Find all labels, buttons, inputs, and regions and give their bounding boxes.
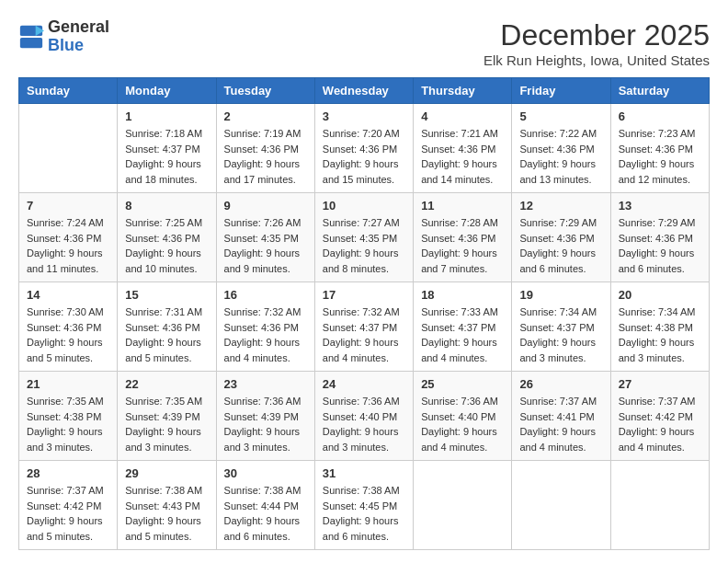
weekday-header: Tuesday (216, 78, 314, 104)
day-number: 13 (619, 199, 701, 213)
logo-general: General (48, 18, 109, 37)
calendar-cell: 18Sunrise: 7:33 AMSunset: 4:37 PMDayligh… (414, 282, 512, 372)
title-area: December 2025 Elk Run Heights, Iowa, Uni… (483, 18, 710, 68)
day-number: 12 (519, 199, 602, 213)
calendar-cell: 23Sunrise: 7:36 AMSunset: 4:39 PMDayligh… (216, 372, 314, 461)
calendar-cell: 28Sunrise: 7:37 AMSunset: 4:42 PMDayligh… (19, 461, 118, 550)
calendar-cell: 26Sunrise: 7:37 AMSunset: 4:41 PMDayligh… (512, 372, 610, 461)
calendar-cell (19, 104, 118, 193)
day-number: 28 (27, 466, 109, 480)
day-info: Sunrise: 7:37 AMSunset: 4:41 PMDaylight:… (519, 394, 602, 454)
svg-rect-1 (20, 38, 42, 48)
day-number: 20 (619, 288, 701, 302)
day-info: Sunrise: 7:37 AMSunset: 4:42 PMDaylight:… (27, 483, 109, 544)
calendar-week-row: 7Sunrise: 7:24 AMSunset: 4:36 PMDaylight… (19, 193, 710, 282)
day-info: Sunrise: 7:38 AMSunset: 4:45 PMDaylight:… (323, 483, 405, 544)
calendar-cell: 21Sunrise: 7:35 AMSunset: 4:38 PMDayligh… (19, 372, 118, 461)
calendar-cell: 30Sunrise: 7:38 AMSunset: 4:44 PMDayligh… (216, 461, 314, 550)
day-info: Sunrise: 7:32 AMSunset: 4:37 PMDaylight:… (323, 304, 405, 365)
day-number: 29 (125, 466, 208, 480)
day-info: Sunrise: 7:20 AMSunset: 4:36 PMDaylight:… (323, 126, 405, 187)
day-number: 27 (619, 377, 701, 391)
calendar-cell: 4Sunrise: 7:21 AMSunset: 4:36 PMDaylight… (414, 104, 512, 193)
day-info: Sunrise: 7:36 AMSunset: 4:40 PMDaylight:… (421, 394, 504, 454)
day-info: Sunrise: 7:38 AMSunset: 4:43 PMDaylight:… (125, 483, 208, 544)
calendar-cell: 15Sunrise: 7:31 AMSunset: 4:36 PMDayligh… (118, 282, 216, 372)
day-info: Sunrise: 7:34 AMSunset: 4:37 PMDaylight:… (519, 304, 602, 365)
calendar-cell: 10Sunrise: 7:27 AMSunset: 4:35 PMDayligh… (314, 193, 413, 282)
weekday-header: Monday (118, 78, 216, 104)
day-number: 21 (27, 377, 109, 391)
day-info: Sunrise: 7:29 AMSunset: 4:36 PMDaylight:… (519, 215, 602, 276)
calendar-cell: 24Sunrise: 7:36 AMSunset: 4:40 PMDayligh… (314, 372, 413, 461)
day-number: 1 (125, 109, 208, 123)
weekday-header: Sunday (19, 78, 118, 104)
day-number: 7 (27, 199, 109, 213)
calendar-cell: 9Sunrise: 7:26 AMSunset: 4:35 PMDaylight… (216, 193, 314, 282)
calendar-cell (414, 461, 512, 550)
day-info: Sunrise: 7:35 AMSunset: 4:39 PMDaylight:… (125, 394, 208, 454)
day-number: 23 (224, 377, 307, 391)
calendar-cell: 8Sunrise: 7:25 AMSunset: 4:36 PMDaylight… (118, 193, 216, 282)
day-info: Sunrise: 7:24 AMSunset: 4:36 PMDaylight:… (27, 215, 109, 276)
day-info: Sunrise: 7:26 AMSunset: 4:35 PMDaylight:… (224, 215, 307, 276)
day-number: 16 (224, 288, 307, 302)
day-number: 18 (421, 288, 504, 302)
day-number: 9 (224, 199, 307, 213)
calendar-week-row: 21Sunrise: 7:35 AMSunset: 4:38 PMDayligh… (19, 372, 710, 461)
calendar-cell: 22Sunrise: 7:35 AMSunset: 4:39 PMDayligh… (118, 372, 216, 461)
day-number: 15 (125, 288, 208, 302)
calendar-week-row: 14Sunrise: 7:30 AMSunset: 4:36 PMDayligh… (19, 282, 710, 372)
weekday-header: Thursday (414, 78, 512, 104)
day-number: 10 (323, 199, 405, 213)
calendar-cell (610, 461, 709, 550)
calendar-cell: 31Sunrise: 7:38 AMSunset: 4:45 PMDayligh… (314, 461, 413, 550)
day-number: 8 (125, 199, 208, 213)
calendar-cell: 17Sunrise: 7:32 AMSunset: 4:37 PMDayligh… (314, 282, 413, 372)
page-header: General Blue December 2025 Elk Run Heigh… (18, 18, 710, 68)
weekday-header: Friday (512, 78, 610, 104)
calendar-cell: 12Sunrise: 7:29 AMSunset: 4:36 PMDayligh… (512, 193, 610, 282)
day-info: Sunrise: 7:28 AMSunset: 4:36 PMDaylight:… (421, 215, 504, 276)
calendar-week-row: 28Sunrise: 7:37 AMSunset: 4:42 PMDayligh… (19, 461, 710, 550)
day-number: 5 (519, 109, 602, 123)
day-number: 17 (323, 288, 405, 302)
calendar-cell: 2Sunrise: 7:19 AMSunset: 4:36 PMDaylight… (216, 104, 314, 193)
day-info: Sunrise: 7:19 AMSunset: 4:36 PMDaylight:… (224, 126, 307, 187)
calendar-cell: 16Sunrise: 7:32 AMSunset: 4:36 PMDayligh… (216, 282, 314, 372)
calendar-cell: 19Sunrise: 7:34 AMSunset: 4:37 PMDayligh… (512, 282, 610, 372)
calendar-cell: 14Sunrise: 7:30 AMSunset: 4:36 PMDayligh… (19, 282, 118, 372)
location-title: Elk Run Heights, Iowa, United States (483, 52, 710, 68)
day-number: 31 (323, 466, 405, 480)
day-number: 26 (519, 377, 602, 391)
logo-text: General Blue (48, 18, 109, 55)
day-info: Sunrise: 7:35 AMSunset: 4:38 PMDaylight:… (27, 394, 109, 454)
day-number: 30 (224, 466, 307, 480)
calendar-cell: 25Sunrise: 7:36 AMSunset: 4:40 PMDayligh… (414, 372, 512, 461)
day-info: Sunrise: 7:25 AMSunset: 4:36 PMDaylight:… (125, 215, 208, 276)
day-number: 25 (421, 377, 504, 391)
day-number: 3 (323, 109, 405, 123)
calendar-week-row: 1Sunrise: 7:18 AMSunset: 4:37 PMDaylight… (19, 104, 710, 193)
month-title: December 2025 (483, 18, 710, 52)
day-info: Sunrise: 7:34 AMSunset: 4:38 PMDaylight:… (619, 304, 701, 365)
day-number: 22 (125, 377, 208, 391)
day-info: Sunrise: 7:38 AMSunset: 4:44 PMDaylight:… (224, 483, 307, 544)
calendar-cell: 13Sunrise: 7:29 AMSunset: 4:36 PMDayligh… (610, 193, 709, 282)
calendar-cell: 29Sunrise: 7:38 AMSunset: 4:43 PMDayligh… (118, 461, 216, 550)
day-info: Sunrise: 7:18 AMSunset: 4:37 PMDaylight:… (125, 126, 208, 187)
calendar-cell: 3Sunrise: 7:20 AMSunset: 4:36 PMDaylight… (314, 104, 413, 193)
day-info: Sunrise: 7:30 AMSunset: 4:36 PMDaylight:… (27, 304, 109, 365)
day-info: Sunrise: 7:29 AMSunset: 4:36 PMDaylight:… (619, 215, 701, 276)
day-number: 11 (421, 199, 504, 213)
day-info: Sunrise: 7:31 AMSunset: 4:36 PMDaylight:… (125, 304, 208, 365)
day-info: Sunrise: 7:23 AMSunset: 4:36 PMDaylight:… (619, 126, 701, 187)
day-number: 24 (323, 377, 405, 391)
day-number: 19 (519, 288, 602, 302)
calendar-cell: 7Sunrise: 7:24 AMSunset: 4:36 PMDaylight… (19, 193, 118, 282)
weekday-header: Saturday (610, 78, 709, 104)
day-info: Sunrise: 7:36 AMSunset: 4:39 PMDaylight:… (224, 394, 307, 454)
day-number: 2 (224, 109, 307, 123)
day-number: 14 (27, 288, 109, 302)
day-info: Sunrise: 7:33 AMSunset: 4:37 PMDaylight:… (421, 304, 504, 365)
